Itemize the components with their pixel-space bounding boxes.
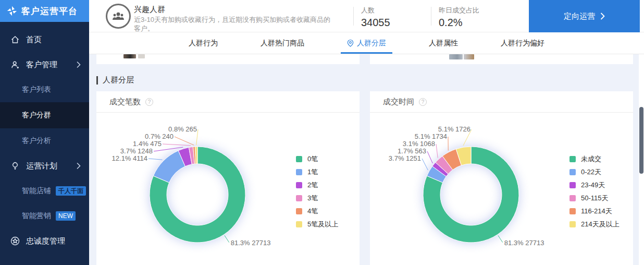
- tab-behavior[interactable]: 人群行为: [182, 32, 224, 54]
- slice-label: 81.3% 27713: [231, 239, 271, 247]
- audience-name: 兴趣人群: [134, 5, 165, 15]
- donut-chart: 81.3% 277133.7% 12511.7% 5633.1% 10685.1…: [370, 113, 633, 265]
- section-header: 人群分层: [96, 75, 134, 85]
- section-title: 人群分层: [103, 75, 134, 85]
- chart-title: 成交笔数: [109, 97, 141, 107]
- legend-swatch: [569, 221, 576, 227]
- clipped-card: [370, 54, 633, 64]
- slice-label: 5.1% 1734: [415, 132, 447, 140]
- stat-value: 34055: [361, 17, 390, 29]
- sidebar-item-smart-shop[interactable]: 智能店铺 千人千面: [0, 178, 89, 203]
- scrollbar-thumb[interactable]: [639, 107, 643, 174]
- chevron-right-icon: [77, 62, 81, 68]
- label-leader-line: [427, 151, 432, 163]
- app-logo[interactable]: 客户运营平台: [0, 0, 89, 22]
- sidebar-nav: 首页 客户管理 客户列表 客户分群 客户分析 运营计划 智能店铺 千人千面: [0, 22, 89, 254]
- label-leader-line: [498, 235, 503, 242]
- targeted-operation-button[interactable]: 定向运营: [529, 0, 640, 32]
- app-title: 客户运营平台: [21, 5, 78, 17]
- stat-conversion: 昨日成交占比 0.2%: [439, 6, 479, 29]
- badge: NEW: [56, 211, 76, 221]
- sidebar-item-customer-segment[interactable]: 客户分群: [0, 102, 89, 128]
- legend-item[interactable]: 2笔: [296, 178, 338, 191]
- chart-legend: 未成交 0-22天 23-49天 50-115天 116-214天 214天及以…: [569, 152, 620, 231]
- legend-item[interactable]: 116-214天: [569, 204, 620, 218]
- product-thumbnail: [138, 54, 145, 58]
- clipped-card: [96, 54, 360, 64]
- slice-label: 5.1% 1726: [438, 125, 470, 133]
- stat-label: 人数: [361, 6, 390, 15]
- label-leader-line: [148, 159, 162, 160]
- chevron-right-icon: [600, 13, 605, 20]
- help-icon[interactable]: ?: [419, 98, 427, 106]
- slice-label: 12.1% 4114: [112, 154, 147, 162]
- sidebar-item-customer-analysis[interactable]: 客户分析: [0, 128, 89, 153]
- legend-item[interactable]: 50-115天: [569, 191, 620, 204]
- label-leader-line: [163, 144, 191, 146]
- legend-swatch: [569, 208, 576, 214]
- bulb-icon: [10, 161, 20, 171]
- slice-label: 3.7% 1248: [120, 147, 153, 155]
- legend-item[interactable]: 0-22天: [569, 165, 620, 178]
- chart-card-transaction-count: 成交笔数 ? 81.3% 2771312.1% 41143.7% 12481.4…: [96, 91, 360, 265]
- label-leader-line: [422, 159, 428, 170]
- slice-label: 3.1% 1068: [403, 140, 435, 148]
- legend-item[interactable]: 1笔: [296, 165, 338, 178]
- donut-chart: 81.3% 2771312.1% 41143.7% 12481.4% 4750.…: [96, 113, 360, 265]
- sidebar-item-smart-marketing[interactable]: 智能营销 NEW: [0, 203, 89, 228]
- audience-header: 兴趣人群 近3-10天有加购或收藏行为，且近期没有购买加购或者收藏商品的客户。 …: [89, 0, 644, 32]
- tab-hot-items[interactable]: 人群热门商品: [254, 32, 311, 54]
- medal-icon: [10, 236, 20, 246]
- badge: 千人千面: [56, 186, 86, 196]
- tab-segmentation[interactable]: 人群分层: [341, 32, 392, 54]
- product-thumbnail: [449, 54, 463, 59]
- chart-title: 成交时间: [383, 97, 414, 107]
- tab-behavior-preference[interactable]: 人群行为偏好: [494, 32, 551, 54]
- legend-swatch: [296, 208, 302, 214]
- legend-item[interactable]: 4笔: [296, 204, 338, 218]
- divider: [431, 7, 431, 26]
- sidebar: 客户运营平台 首页 客户管理 客户列表 客户分群 客户分析 运营计划: [0, 0, 89, 265]
- legend-swatch: [569, 169, 576, 175]
- slice-label: 0.7% 240: [145, 132, 174, 140]
- help-icon[interactable]: ?: [145, 98, 153, 106]
- slice-label: 1.4% 475: [133, 140, 162, 148]
- legend-item[interactable]: 0笔: [296, 152, 338, 165]
- pinwheel-logo-icon: [6, 5, 18, 17]
- audience-avatar: [106, 4, 131, 29]
- scrollbar-track[interactable]: [639, 54, 644, 265]
- sidebar-item-operation-plan[interactable]: 运营计划: [0, 153, 89, 178]
- people-group-icon: [111, 10, 126, 22]
- label-leader-line: [225, 235, 229, 242]
- product-thumbnail: [464, 54, 474, 59]
- tab-attributes[interactable]: 人群属性: [423, 32, 464, 54]
- legend-item[interactable]: 23-49天: [569, 178, 620, 191]
- product-thumbnail: [123, 54, 136, 58]
- audience-description: 近3-10天有加购或收藏行为，且近期没有购买加购或者收藏商品的客户。: [134, 15, 332, 33]
- legend-swatch: [296, 156, 302, 162]
- sidebar-item-customer-management[interactable]: 客户管理: [0, 52, 89, 77]
- chart-card-transaction-time: 成交时间 ? 81.3% 277133.7% 12511.7% 5633.1% …: [370, 91, 633, 265]
- tab-bar: 人群行为 人群热门商品 人群分层 人群属性: [89, 32, 644, 54]
- sidebar-item-loyalty-management[interactable]: 忠诚度管理: [0, 228, 89, 254]
- chart-legend: 0笔 1笔 2笔 3笔 4笔 5笔及以上: [296, 152, 338, 231]
- pin-icon: [347, 39, 354, 47]
- slice-label: 1.7% 563: [398, 147, 426, 155]
- chevron-right-icon: [77, 163, 81, 170]
- legend-swatch: [296, 169, 302, 175]
- legend-item[interactable]: 3笔: [296, 191, 338, 204]
- legend-item[interactable]: 5笔及以上: [296, 218, 338, 231]
- sidebar-item-home[interactable]: 首页: [0, 27, 89, 52]
- legend-swatch: [296, 195, 302, 201]
- legend-swatch: [569, 182, 576, 188]
- home-icon: [10, 35, 20, 44]
- sidebar-item-customer-list[interactable]: 客户列表: [0, 77, 89, 102]
- stat-population: 人数 34055: [361, 6, 390, 29]
- legend-item[interactable]: 214天及以上: [569, 218, 620, 231]
- legend-item[interactable]: 未成交: [569, 152, 620, 165]
- section-accent-bar: [96, 76, 98, 85]
- stat-label: 昨日成交占比: [439, 6, 479, 15]
- slice-label: 81.3% 27713: [504, 239, 544, 247]
- label-leader-line: [175, 137, 194, 145]
- divider: [353, 7, 354, 26]
